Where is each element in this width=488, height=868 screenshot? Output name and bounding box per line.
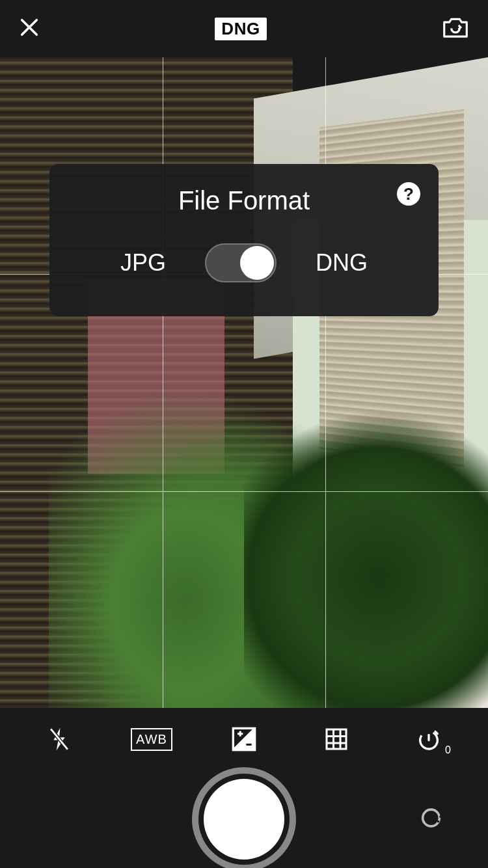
format-toggle[interactable] bbox=[205, 243, 277, 282]
grid-line bbox=[163, 57, 163, 708]
viewfinder[interactable]: File Format ? JPG DNG bbox=[0, 57, 488, 708]
svg-point-6 bbox=[435, 813, 437, 816]
filter-icon bbox=[420, 804, 449, 832]
svg-point-5 bbox=[423, 809, 440, 826]
timer-icon bbox=[416, 726, 442, 752]
control-row: AWB bbox=[0, 708, 488, 770]
svg-point-7 bbox=[439, 815, 442, 818]
flash-button[interactable] bbox=[33, 726, 85, 752]
format-option-jpg[interactable]: JPG bbox=[120, 249, 166, 277]
timer-value: 0 bbox=[445, 744, 451, 756]
svg-point-8 bbox=[437, 821, 440, 823]
shutter-button[interactable] bbox=[204, 779, 284, 860]
bottom-bar: AWB bbox=[0, 708, 488, 868]
file-format-badge[interactable]: DNG bbox=[215, 18, 266, 40]
grid-button[interactable] bbox=[310, 727, 362, 751]
svg-rect-3 bbox=[327, 729, 346, 749]
grid-line bbox=[325, 57, 326, 708]
panel-header: File Format ? bbox=[49, 164, 439, 215]
camera-screen: DNG File Format ? bbox=[0, 0, 488, 868]
format-option-dng[interactable]: DNG bbox=[316, 249, 368, 277]
panel-body: JPG DNG bbox=[49, 215, 439, 316]
toggle-knob bbox=[240, 246, 274, 280]
camera-preview bbox=[0, 57, 488, 708]
panel-title: File Format bbox=[49, 186, 439, 215]
white-balance-label: AWB bbox=[131, 728, 172, 751]
white-balance-button[interactable]: AWB bbox=[126, 728, 178, 751]
close-button[interactable] bbox=[18, 16, 40, 41]
help-button[interactable]: ? bbox=[397, 182, 420, 206]
filter-button[interactable] bbox=[420, 804, 449, 835]
exposure-compensation-icon bbox=[231, 726, 257, 752]
switch-camera-icon bbox=[441, 14, 470, 40]
top-bar: DNG bbox=[0, 0, 488, 57]
close-icon bbox=[18, 16, 40, 38]
exposure-button[interactable] bbox=[218, 726, 270, 752]
file-format-panel: File Format ? JPG DNG bbox=[49, 164, 439, 316]
shutter-row bbox=[0, 770, 488, 868]
flash-off-icon bbox=[47, 726, 71, 752]
switch-camera-button[interactable] bbox=[441, 14, 470, 43]
grid-icon bbox=[325, 727, 348, 751]
grid-line bbox=[0, 491, 488, 492]
timer-button[interactable]: 0 bbox=[403, 726, 455, 752]
